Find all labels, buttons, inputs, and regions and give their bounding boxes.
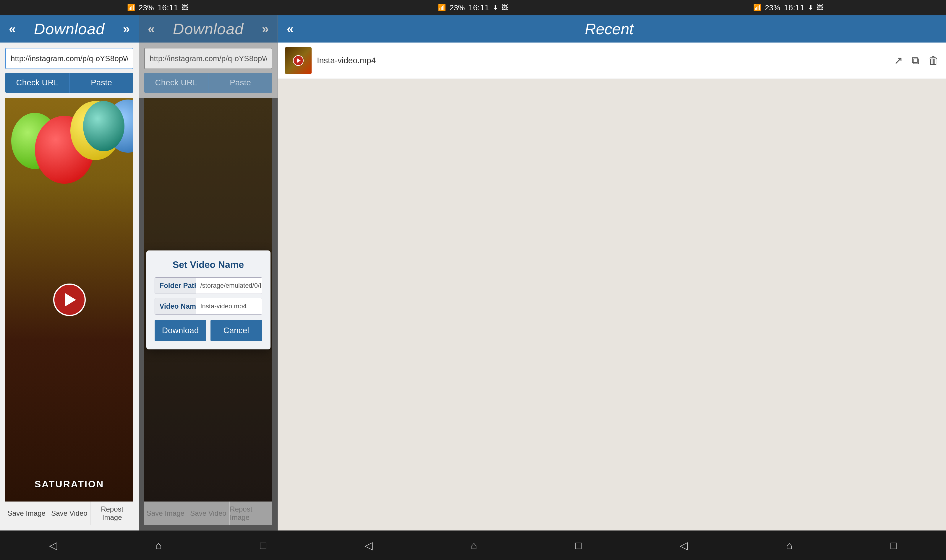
nav-middle: ◁ ⌂ □ <box>315 531 631 560</box>
mid-repost-image-label: Repost Image <box>229 502 272 525</box>
dialog-buttons: Download Cancel <box>154 320 262 341</box>
recent-actions: ↗ ⧉ 🗑 <box>894 54 939 67</box>
mid-check-url-button[interactable]: Check URL <box>144 73 208 93</box>
left-video-preview: SATURATION <box>5 98 133 502</box>
mid-next-btn[interactable]: » <box>262 22 269 36</box>
dialog-cancel-button[interactable]: Cancel <box>210 320 262 341</box>
left-prev-btn[interactable]: « <box>9 22 15 36</box>
recent-thumbnail <box>285 47 312 74</box>
download-icon-right: ⬇ <box>808 4 813 12</box>
battery-right: 23% <box>765 3 780 12</box>
left-next-btn[interactable]: » <box>123 22 130 36</box>
left-url-buttons: Check URL Paste <box>5 73 133 93</box>
left-title: Download <box>34 20 105 38</box>
left-paste-button[interactable]: Paste <box>69 73 133 93</box>
wifi-icon-mid: 📶 <box>438 4 446 12</box>
mid-action-buttons: Save Image Save Video Repost Image <box>144 502 272 525</box>
set-video-name-dialog: Set Video Name Folder Path Video Name Do… <box>146 251 270 349</box>
mid-header: « Download » <box>139 15 278 43</box>
recent-play-triangle <box>297 58 301 63</box>
download-icon-mid: ⬇ <box>493 4 498 12</box>
battery-left: 23% <box>139 3 154 12</box>
mid-paste-button[interactable]: Paste <box>208 73 272 93</box>
status-left: 📶 23% 16:11 🖼 <box>0 3 315 12</box>
left-save-image-button[interactable]: Save Image <box>5 502 48 525</box>
dialog-title: Set Video Name <box>154 259 262 270</box>
dialog-download-button[interactable]: Download <box>154 320 206 341</box>
nav-back-left[interactable]: ◁ <box>49 539 57 552</box>
recent-play-icon <box>293 55 304 66</box>
right-panel: « Recent Insta-video.mp4 ↗ ⧉ 🗑 <box>278 15 946 531</box>
photo-icon-mid: 🖼 <box>502 4 508 12</box>
left-play-button[interactable] <box>53 283 86 316</box>
mid-url-input[interactable] <box>144 48 272 69</box>
nav-right: ◁ ⌂ □ <box>631 531 946 560</box>
right-title: Recent <box>585 20 634 38</box>
wifi-icon-right: 📶 <box>753 4 761 12</box>
nav-bar: ◁ ⌂ □ ◁ ⌂ □ ◁ ⌂ □ <box>0 531 946 560</box>
left-repost-image-button[interactable]: Repost Image <box>91 502 133 525</box>
mid-video-area: Set Video Name Folder Path Video Name Do… <box>144 98 272 502</box>
left-header: « Download » <box>0 15 139 43</box>
left-video-label: SATURATION <box>35 479 104 490</box>
recent-item: Insta-video.mp4 ↗ ⧉ 🗑 <box>278 43 946 79</box>
mid-title: Download <box>173 20 244 38</box>
left-video-bg: SATURATION <box>5 98 133 502</box>
nav-square-right[interactable]: □ <box>890 539 897 552</box>
nav-square-left[interactable]: □ <box>260 539 266 552</box>
nav-square-mid[interactable]: □ <box>575 539 582 552</box>
right-header: « Recent <box>278 15 946 43</box>
mid-save-image-label: Save Image <box>144 502 187 525</box>
mid-prev-btn[interactable]: « <box>148 22 154 36</box>
left-panel: « Download » Check URL Paste SATU <box>0 15 139 531</box>
time-mid: 16:11 <box>468 3 489 12</box>
video-name-input[interactable] <box>196 298 262 314</box>
balloon-teal <box>83 101 125 151</box>
status-bar: 📶 23% 16:11 🖼 📶 23% 16:11 ⬇ 🖼 📶 23% 16:1… <box>0 0 946 15</box>
dialog-video-name-field: Video Name <box>154 298 262 315</box>
status-middle: 📶 23% 16:11 ⬇ 🖼 <box>315 3 631 12</box>
mid-url-section: Check URL Paste <box>139 43 278 98</box>
battery-mid: 23% <box>449 3 465 12</box>
recent-copy-button[interactable]: ⧉ <box>912 54 920 67</box>
left-check-url-button[interactable]: Check URL <box>5 73 69 93</box>
nav-home-mid[interactable]: ⌂ <box>471 539 477 552</box>
left-action-buttons: Save Image Save Video Repost Image <box>5 502 133 525</box>
folder-path-label: Folder Path <box>155 278 196 294</box>
left-url-input[interactable] <box>5 48 133 69</box>
wifi-icon-left: 📶 <box>127 4 135 12</box>
recent-share-button[interactable]: ↗ <box>894 54 903 67</box>
status-right: 📶 23% 16:11 ⬇ 🖼 <box>631 3 946 12</box>
nav-home-left[interactable]: ⌂ <box>156 539 162 552</box>
middle-panel: « Download » Check URL Paste Set Video N… <box>139 15 278 531</box>
recent-delete-button[interactable]: 🗑 <box>928 54 939 67</box>
right-prev-btn[interactable]: « <box>287 22 293 36</box>
mid-url-buttons: Check URL Paste <box>144 73 272 93</box>
nav-back-right[interactable]: ◁ <box>680 539 688 552</box>
main-content: « Download » Check URL Paste SATU <box>0 15 946 531</box>
video-name-label: Video Name <box>155 298 196 314</box>
nav-home-right[interactable]: ⌂ <box>786 539 793 552</box>
play-icon-left <box>65 293 76 306</box>
mid-save-video-label: Save Video <box>187 502 230 525</box>
nav-back-mid[interactable]: ◁ <box>364 539 373 552</box>
photo-icon-right: 🖼 <box>817 4 823 12</box>
nav-left: ◁ ⌂ □ <box>0 531 315 560</box>
time-left: 16:11 <box>157 3 178 12</box>
time-right: 16:11 <box>784 3 804 12</box>
dialog-overlay: Set Video Name Folder Path Video Name Do… <box>144 98 272 502</box>
folder-path-input[interactable] <box>196 278 262 294</box>
left-save-video-button[interactable]: Save Video <box>48 502 91 525</box>
recent-filename: Insta-video.mp4 <box>317 56 889 65</box>
dialog-folder-path-field: Folder Path <box>154 277 262 294</box>
photo-icon-left: 🖼 <box>182 4 188 12</box>
left-url-section: Check URL Paste <box>0 43 139 98</box>
